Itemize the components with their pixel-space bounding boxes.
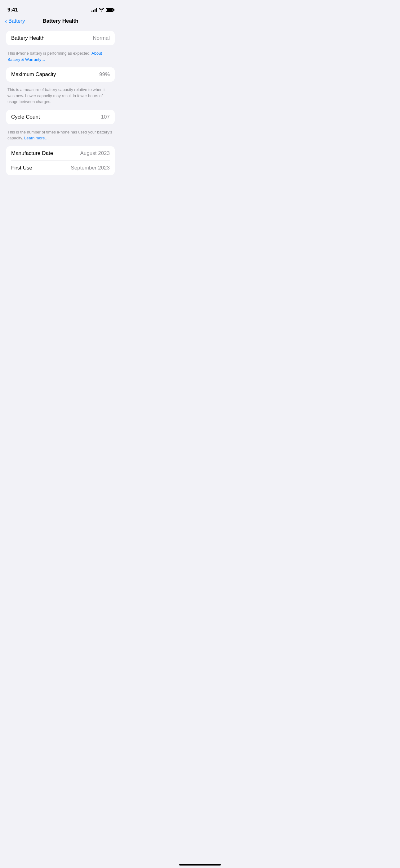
battery-health-label: Battery Health	[11, 35, 45, 41]
learn-more-link[interactable]: Learn more…	[24, 136, 49, 140]
first-use-value: September 2023	[71, 165, 110, 171]
cycle-count-card: Cycle Count 107	[6, 110, 115, 124]
dates-card: Manufacture Date August 2023 First Use S…	[6, 146, 115, 175]
cycle-count-description: This is the number of times iPhone has u…	[6, 127, 115, 146]
status-time: 9:41	[7, 7, 18, 13]
battery-health-card: Battery Health Normal	[6, 31, 115, 45]
status-bar: 9:41	[0, 0, 121, 16]
battery-health-value: Normal	[93, 35, 110, 41]
battery-health-row: Battery Health Normal	[11, 31, 110, 45]
cycle-count-label: Cycle Count	[11, 114, 40, 120]
manufacture-date-value: August 2023	[80, 150, 110, 156]
cycle-count-value: 107	[101, 114, 110, 120]
wifi-icon	[99, 7, 104, 12]
signal-bars-icon	[92, 8, 97, 12]
navigation-bar: ‹ Battery Battery Health	[0, 16, 121, 28]
content-area: Battery Health Normal This iPhone batter…	[0, 28, 121, 190]
status-icons	[92, 7, 113, 12]
page-title: Battery Health	[42, 18, 78, 24]
cycle-count-row: Cycle Count 107	[11, 110, 110, 124]
battery-health-description: This iPhone battery is performing as exp…	[6, 48, 115, 67]
back-label: Battery	[8, 18, 25, 24]
manufacture-date-label: Manufacture Date	[11, 150, 53, 156]
maximum-capacity-row: Maximum Capacity 99%	[11, 67, 110, 82]
maximum-capacity-description: This is a measure of battery capacity re…	[6, 84, 115, 110]
maximum-capacity-label: Maximum Capacity	[11, 71, 56, 78]
battery-status-icon	[106, 8, 113, 12]
first-use-row: First Use September 2023	[11, 160, 110, 175]
maximum-capacity-value: 99%	[99, 71, 110, 78]
back-chevron-icon: ‹	[5, 18, 7, 24]
first-use-label: First Use	[11, 165, 32, 171]
back-button[interactable]: ‹ Battery	[5, 18, 25, 24]
manufacture-date-row: Manufacture Date August 2023	[11, 146, 110, 160]
maximum-capacity-card: Maximum Capacity 99%	[6, 67, 115, 82]
